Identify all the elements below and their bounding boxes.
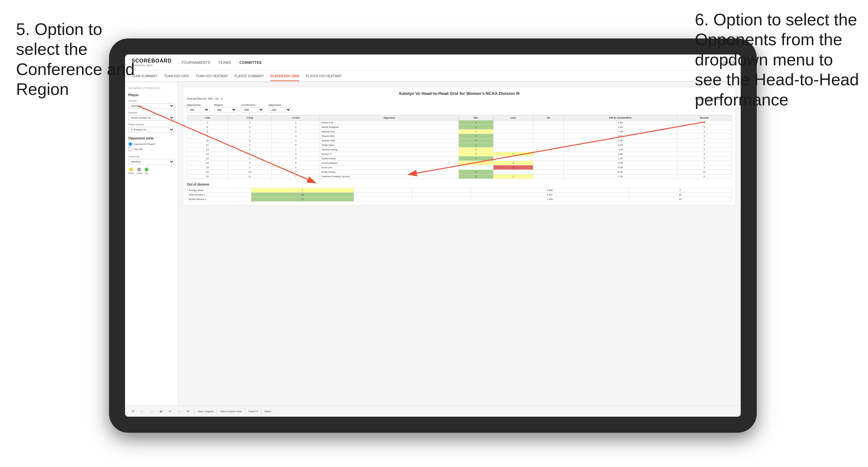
opponent-select[interactable]: (All) [269, 107, 291, 113]
sub-nav: TEAM SUMMARY TEAM H2H GRID TEAM H2H HEAT… [125, 70, 741, 82]
table-row: 3 3 1 Esther Lee 1 1.50 4 [187, 121, 732, 125]
more-button[interactable]: ··· [176, 409, 182, 414]
report-records: Overall Record: 353 - 34 - 6 Division Re… [187, 97, 732, 100]
table-row: 14 7 4 Eunice Yi 2 2 0.38 9 [187, 152, 732, 156]
table-row: 20 11 7 Federica Domecq Lacroze 2 1 1.33… [187, 174, 732, 179]
refresh-button[interactable]: ⟳ [185, 409, 191, 414]
nav-committee[interactable]: COMMITTEE [239, 61, 262, 64]
tab-player-h2h-heatmap[interactable]: PLAYER H2H HEATMAP [306, 72, 341, 81]
annotation-right: 6. Option to select the Opponents from t… [695, 10, 862, 110]
top-nav: SCOREBOARD Powered by clippd TOURNAMENTS… [125, 55, 741, 70]
watch-button[interactable]: Watch ▾ [248, 410, 258, 413]
tablet-frame: SCOREBOARD Powered by clippd TOURNAMENTS… [109, 38, 757, 433]
col-rounds: Rounds [677, 115, 732, 121]
player-rank-label: Player (Rank) [128, 123, 175, 126]
table-row: 15 8 5 Stella Cheng 1 1.25 4 [187, 156, 732, 161]
col-diff: Diff Av Strokes/Rnd [564, 115, 677, 121]
share-button[interactable]: Share [265, 410, 271, 413]
nav-items: TOURNAMENTS TEAMS COMMITTEE [182, 61, 711, 64]
colour-down: Down [128, 168, 134, 174]
table-row: NCAA Division 2 5 7.400 10 [187, 197, 732, 201]
colour-dot-down [129, 168, 133, 172]
table-row: 9 1 4 Sharon Mun 1 3.67 3 [187, 134, 732, 138]
undo-button[interactable]: ↺ [130, 409, 136, 414]
colour-up: Up [145, 168, 149, 174]
region-label: Region [214, 103, 237, 106]
content-area: Katelyn Vo Head-to-Head Grid for Women's… [178, 82, 741, 405]
radio-opponents-played[interactable]: Opponents Played [128, 142, 175, 146]
nav-teams[interactable]: TEAMS [218, 61, 231, 64]
table-row: 18 2 2 Euna Lee 3 -5.00 2 [187, 165, 732, 170]
tablet-screen: SCOREBOARD Powered by clippd TOURNAMENTS… [125, 55, 741, 417]
region-filter: Region (All) [214, 103, 237, 113]
opponent-filter: Opponent (All) [269, 103, 291, 113]
opponents-filter: Opponents: (All) [187, 103, 209, 113]
sidebar: Last Updated: 27/03/2024 16:44 Player Ge… [125, 82, 178, 405]
table-row: 6 3 3 Sydney Kuo 1 -1.00 3 [187, 129, 732, 134]
main-data-table: # Div # Reg # Conf Opponent Win Loss Tie… [187, 115, 732, 179]
opponent-label: Opponent [269, 103, 291, 106]
overall-record: Overall Record: 353 - 34 - 6 [187, 97, 222, 100]
colour-dot-up [145, 168, 149, 172]
col-opponent: Opponent [320, 115, 459, 121]
toolbar-separator-4 [261, 408, 261, 414]
opponent-view-group: Opponents Played Top 100 [128, 142, 175, 151]
annotation-left: 5. Option to select the Conference and R… [16, 19, 138, 99]
gender-label: Gender [128, 99, 175, 102]
conference-label: Conference [242, 103, 264, 106]
col-tie: Tie [533, 115, 564, 121]
report-title: Katelyn Vo Head-to-Head Grid for Women's… [187, 91, 732, 96]
table-row: 16 3 6 Jessica Mason 1 2 -0.94 7 [187, 161, 732, 165]
colour-level: Level [136, 168, 142, 174]
table-row: 11 2 5 Heejo Hyun 1 3.33 3 [187, 143, 732, 148]
back-button[interactable]: ← [139, 409, 145, 414]
table-row: 13 1 1 Jessica Huang 1 -3.00 2 [187, 148, 732, 152]
out-of-division-title: Out of division [187, 183, 732, 186]
gender-select[interactable]: Women's Men's [128, 103, 175, 108]
filter-row: Opponents: (All) Region (All) [187, 103, 732, 113]
col-reg: # Reg [228, 115, 272, 121]
opponents-label: Opponents: [187, 103, 209, 106]
table-row: Foreign Team 1 4.500 2 [187, 188, 732, 193]
main-content: Last Updated: 27/03/2024 16:44 Player Ge… [125, 82, 741, 405]
colour-by-label: Colour by [128, 155, 175, 158]
forward-button[interactable]: → [149, 409, 155, 414]
col-win: Win [459, 115, 493, 121]
tab-player-h2h-grid[interactable]: PLAYER H2H GRID [270, 72, 299, 81]
table-row: 19 10 6 Emily Chang 4 0.30 11 [187, 170, 732, 174]
bottom-toolbar: ↺ ← → ⊞ ✂ ··· ⟳ View: Original Save Cust… [125, 405, 741, 417]
opponent-view-label: Opponent view [128, 136, 175, 140]
region-select[interactable]: (All) [214, 107, 237, 113]
conference-select[interactable]: (All) [242, 107, 264, 113]
tab-player-summary[interactable]: PLAYER SUMMARY [235, 72, 264, 81]
toolbar-separator-2 [217, 408, 217, 414]
division-label: Division [128, 111, 175, 114]
colour-dots: Down Level Up [128, 168, 175, 174]
save-custom-view[interactable]: Save Custom View [220, 410, 242, 413]
table-row: NAIA Division 1 15 9.267 30 [187, 193, 732, 197]
col-loss: Loss [493, 115, 533, 121]
table-row: 10 6 3 Andrea York 2 4.00 4 [187, 138, 732, 143]
division-select[interactable]: NCAA Division III NCAA Division I NCAA D… [128, 115, 175, 121]
nav-tournaments[interactable]: TOURNAMENTS [182, 61, 210, 64]
toolbar-separator-3 [245, 408, 245, 414]
cut-button[interactable]: ✂ [167, 409, 173, 414]
toolbar-separator-1 [194, 408, 194, 414]
table-row: 5 2 2 Alexis Sudjianto 1 4.00 3 [187, 125, 732, 129]
grid-button[interactable]: ⊞ [158, 409, 164, 414]
col-conf: # Conf [272, 115, 320, 121]
colour-dot-level [137, 168, 141, 172]
tab-team-h2h-grid[interactable]: TEAM H2H GRID [164, 72, 189, 81]
colour-by-select[interactable]: Win/loss [128, 159, 175, 164]
player-rank-select[interactable]: 8. Katelyn Vo [128, 127, 175, 132]
opponents-select[interactable]: (All) [187, 107, 209, 113]
radio-top100[interactable]: Top 100 [128, 147, 175, 151]
col-div: # Div [187, 115, 228, 121]
report-container: Katelyn Vo Head-to-Head Grid for Women's… [183, 87, 736, 206]
conference-filter: Conference (All) [242, 103, 264, 113]
view-original[interactable]: View: Original [197, 410, 213, 413]
out-of-division-table: Foreign Team 1 4.500 2 NAIA Division 1 1… [187, 188, 732, 201]
tab-team-h2h-heatmap[interactable]: TEAM H2H HEATMAP [195, 72, 228, 81]
